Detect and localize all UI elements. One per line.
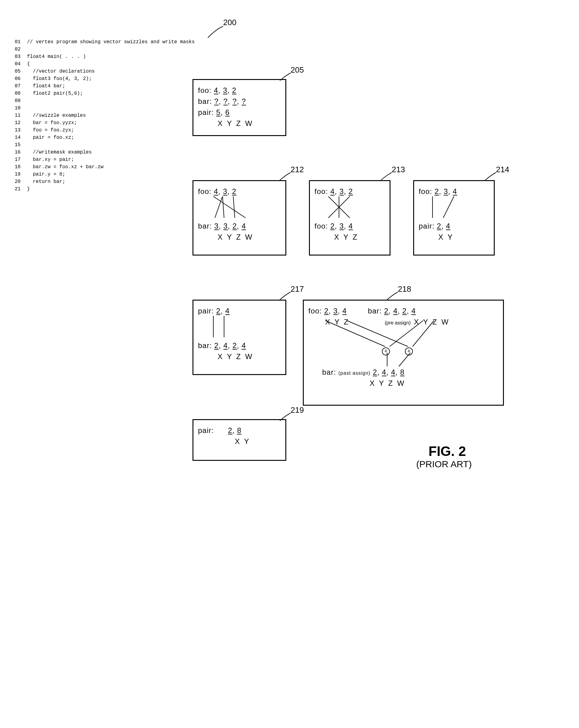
svg-line-1 [223, 197, 224, 218]
figure-label: FIG. 2 [428, 444, 466, 459]
figure-container: 200 01// vertex program showing vector s… [15, 15, 567, 689]
ref-218: 218 [398, 284, 411, 294]
ref-200: 200 [223, 18, 236, 27]
ref-213: 213 [392, 165, 405, 174]
svg-line-6 [328, 197, 350, 218]
ref-214: 214 [496, 165, 509, 174]
ref-205: 205 [291, 65, 304, 75]
box-219: pair: 2, 8 X Y [193, 419, 286, 461]
box-218: foo: 2, 3, 4 X Y Z bar: 2, 4, 2, 4 (pre … [303, 300, 504, 406]
box-212: foo: 4, 3, 2 bar: 3, 3, 2, 4 X Y Z W [193, 180, 286, 256]
ref-212: 212 [291, 165, 304, 174]
svg-line-3 [213, 197, 246, 218]
svg-line-2 [233, 197, 235, 218]
ref-219: 219 [291, 405, 304, 415]
svg-line-0 [215, 197, 223, 218]
ref-217: 217 [291, 284, 304, 294]
svg-line-4 [328, 197, 350, 218]
svg-line-8 [443, 197, 454, 218]
code-listing: 01// vertex program showing vector swizz… [15, 39, 183, 193]
figure-sublabel: (PRIOR ART) [416, 459, 472, 469]
box-214: foo: 2, 3, 4 pair: 2, 4 X Y [413, 180, 495, 256]
box-213: foo: 4, 3, 2 foo: 2, 3, 4 X Y Z [309, 180, 391, 256]
box-205: foo: 4, 3, 2 bar: ?, ?, ?, ? pair: 5, 6 … [193, 79, 286, 136]
box-217: pair: 2, 4 bar: 2, 4, 2, 4 X Y Z W [193, 300, 286, 375]
